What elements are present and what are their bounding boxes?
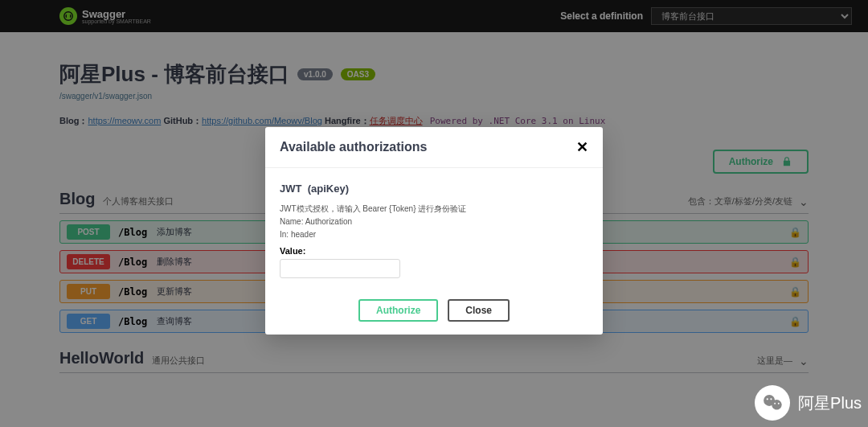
value-label: Value: [280, 246, 588, 256]
close-icon[interactable]: ✕ [576, 138, 588, 156]
auth-in-label: In: header [280, 228, 588, 241]
auth-name-label: Name: Authorization [280, 216, 588, 228]
svg-point-5 [774, 403, 776, 404]
modal-close-button[interactable]: Close [448, 299, 510, 322]
auth-modal: Available authorizations ✕ JWT (apiKey) … [265, 127, 603, 335]
svg-point-4 [770, 398, 772, 400]
svg-point-6 [778, 403, 780, 404]
svg-point-2 [772, 400, 781, 409]
modal-overlay[interactable]: Available authorizations ✕ JWT (apiKey) … [0, 0, 868, 427]
wechat-icon [755, 385, 790, 421]
auth-hint: JWT模式授权，请输入 Bearer {Token} 进行身份验证 [280, 203, 588, 216]
modal-title: Available authorizations [280, 140, 427, 154]
auth-value-input[interactable] [280, 259, 400, 278]
watermark: 阿星Plus [755, 385, 862, 421]
auth-scheme-name: JWT (apiKey) [280, 183, 588, 195]
watermark-text: 阿星Plus [798, 392, 862, 414]
svg-point-3 [767, 398, 768, 400]
modal-authorize-button[interactable]: Authorize [358, 299, 438, 322]
